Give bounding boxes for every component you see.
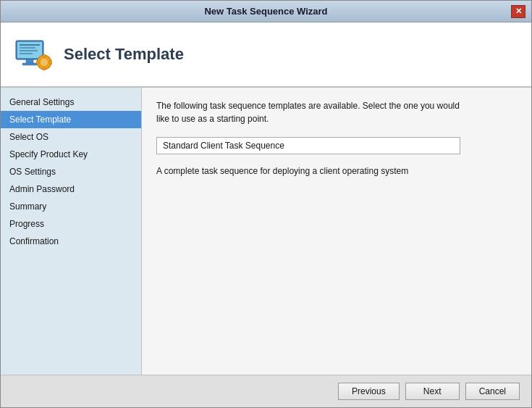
description-text: The following task sequence templates ar…	[156, 99, 517, 125]
sidebar-item-progress[interactable]: Progress	[1, 215, 141, 233]
close-button[interactable]: ✕	[511, 5, 525, 18]
template-select[interactable]: Standard Client Task Sequence Standard S…	[156, 137, 460, 154]
next-button[interactable]: Next	[405, 383, 460, 400]
sidebar-item-admin-password[interactable]: Admin Password	[1, 180, 141, 198]
main-section: General Settings Select Template Select …	[1, 88, 531, 375]
window-title: New Task Sequence Wizard	[21, 6, 511, 17]
header-section: Select Template	[1, 22, 531, 88]
sidebar-item-general-settings[interactable]: General Settings	[1, 93, 141, 111]
template-description: A complete task sequence for deploying a…	[156, 166, 517, 176]
sidebar-item-select-os[interactable]: Select OS	[1, 128, 141, 146]
sidebar-item-confirmation[interactable]: Confirmation	[1, 233, 141, 250]
svg-rect-11	[43, 67, 46, 70]
svg-rect-7	[22, 63, 37, 65]
template-select-wrapper: Standard Client Task Sequence Standard S…	[156, 137, 517, 154]
svg-point-9	[41, 59, 48, 66]
sidebar: General Settings Select Template Select …	[1, 88, 142, 375]
cancel-button[interactable]: Cancel	[465, 383, 520, 400]
sidebar-item-summary[interactable]: Summary	[1, 198, 141, 215]
svg-rect-6	[26, 59, 33, 63]
footer: Previous Next Cancel	[1, 375, 531, 407]
wizard-window: New Task Sequence Wizard ✕	[0, 0, 532, 408]
sidebar-item-specify-product-key[interactable]: Specify Product Key	[1, 146, 141, 163]
description-line1: The following task sequence templates ar…	[156, 101, 460, 111]
svg-rect-10	[43, 54, 46, 57]
svg-rect-12	[36, 61, 39, 64]
title-bar: New Task Sequence Wizard ✕	[1, 1, 531, 22]
header-title: Select Template	[64, 45, 184, 64]
sidebar-item-os-settings[interactable]: OS Settings	[1, 163, 141, 180]
sidebar-item-select-template[interactable]: Select Template	[1, 111, 141, 128]
wizard-icon	[12, 35, 52, 75]
description-line2: like to use as a starting point.	[156, 114, 269, 124]
right-panel: The following task sequence templates ar…	[142, 88, 531, 375]
previous-button[interactable]: Previous	[338, 383, 400, 400]
content-area: Select Template General Settings Select …	[1, 22, 531, 407]
svg-rect-13	[49, 61, 52, 64]
